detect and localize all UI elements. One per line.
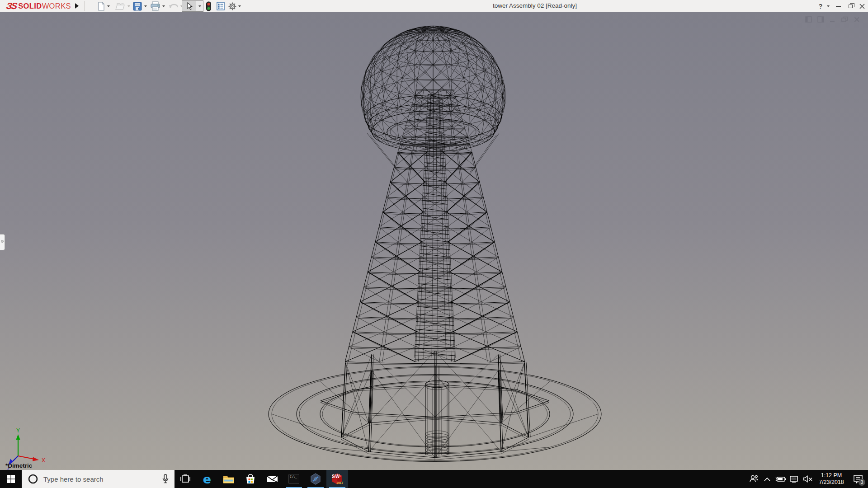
pane-left-icon[interactable] — [805, 16, 812, 23]
pane-right-icon[interactable] — [817, 16, 824, 23]
window-title: tower Assembly 02 [Read-only] — [493, 2, 577, 9]
composer-hexagon-icon — [310, 473, 321, 485]
clock-time: 1:12 PM — [816, 472, 847, 479]
x-axis-label: X — [42, 457, 45, 464]
open-button[interactable] — [115, 1, 126, 11]
brand-works: WORKS — [42, 2, 71, 10]
network-icon — [789, 475, 799, 483]
doc-close-icon[interactable] — [854, 16, 860, 23]
people-icon — [749, 474, 759, 483]
close-icon — [859, 4, 865, 9]
properties-list-icon — [216, 1, 225, 11]
taskbar-app-solidworks-2017[interactable]: SW 2017 — [326, 470, 348, 488]
file-explorer-icon — [223, 474, 235, 484]
open-icon — [115, 2, 126, 11]
command-prompt-icon: C:\_ — [288, 474, 299, 484]
select-dropdown[interactable] — [198, 5, 201, 7]
action-center-button[interactable]: 3 — [848, 470, 868, 488]
brand-solid: SOLID — [18, 2, 42, 10]
speaker-muted-icon — [802, 475, 813, 483]
restore-button[interactable] — [845, 0, 855, 12]
taskbar-app-mail[interactable] — [261, 470, 283, 488]
undo-button[interactable] — [168, 1, 179, 11]
ds-logo-icon: ЗS — [5, 1, 17, 11]
document-window-controls — [805, 16, 860, 23]
open-dropdown[interactable] — [127, 1, 130, 11]
graphics-viewport[interactable]: Y X Z *Dimetric — [0, 12, 868, 470]
solidworks-2017-icon: SW 2017 — [331, 473, 343, 485]
windows-taskbar: e C:\_ — [0, 470, 868, 488]
solidworks-logo: ЗS SOLID WORKS — [6, 0, 71, 12]
doc-minimize-icon[interactable] — [830, 16, 836, 23]
close-button[interactable] — [857, 0, 867, 12]
save-icon — [132, 1, 142, 11]
people-button[interactable] — [747, 470, 760, 488]
battery-plugged-icon — [775, 476, 786, 482]
new-dropdown[interactable] — [107, 1, 110, 11]
feature-manager-collapsed-tab[interactable] — [0, 234, 5, 250]
search-input[interactable] — [42, 475, 151, 483]
rebuild-button[interactable] — [206, 1, 212, 11]
taskbar-app-composer[interactable] — [305, 470, 326, 488]
y-axis-label: Y — [16, 428, 20, 434]
view-orientation-label: *Dimetric — [5, 462, 32, 469]
toolbar-separator — [84, 1, 85, 11]
traffic-light-icon — [206, 1, 212, 11]
print-button[interactable] — [150, 1, 160, 11]
network-button[interactable] — [788, 470, 801, 488]
store-icon — [245, 474, 256, 484]
cortana-icon — [27, 473, 39, 485]
options-button[interactable] — [227, 1, 237, 11]
volume-button[interactable] — [801, 470, 815, 488]
taskbar-app-file-explorer[interactable] — [218, 470, 240, 488]
options-dropdown[interactable] — [238, 1, 241, 11]
save-dropdown[interactable] — [144, 1, 147, 11]
print-icon — [150, 1, 160, 11]
task-view-button[interactable] — [175, 470, 196, 488]
x-axis-arrow — [33, 457, 39, 461]
taskbar-clock[interactable]: 1:12 PM 7/23/2018 — [815, 472, 848, 486]
microphone-icon[interactable] — [162, 474, 169, 484]
undo-icon — [168, 2, 179, 11]
taskbar-app-command-prompt[interactable]: C:\_ — [283, 470, 305, 488]
help-button[interactable]: ? — [816, 0, 825, 12]
notification-badge: 3 — [859, 479, 865, 486]
new-document-icon — [97, 1, 105, 11]
system-tray: 1:12 PM 7/23/2018 3 — [747, 470, 868, 488]
taskbar-app-store[interactable] — [240, 470, 261, 488]
mail-icon — [266, 474, 278, 483]
help-dropdown[interactable] — [826, 0, 831, 12]
start-button[interactable] — [0, 470, 22, 488]
new-document-button[interactable] — [97, 1, 105, 11]
y-axis-arrow — [16, 434, 20, 440]
battery-button[interactable] — [774, 470, 788, 488]
file-properties-button[interactable] — [216, 1, 225, 11]
windows-logo-icon — [6, 474, 15, 483]
tray-overflow-button[interactable] — [760, 470, 774, 488]
select-cursor-icon — [182, 1, 196, 11]
taskbar-search[interactable] — [22, 470, 175, 488]
taskbar-app-edge[interactable]: e — [196, 470, 218, 488]
chevron-up-icon — [764, 477, 770, 481]
clock-date: 7/23/2018 — [816, 479, 847, 486]
gear-icon — [227, 1, 237, 11]
save-button[interactable] — [132, 1, 142, 11]
doc-restore-icon[interactable] — [841, 16, 849, 23]
edge-icon: e — [203, 473, 211, 485]
titlebar: ЗS SOLID WORKS — [0, 0, 868, 12]
menu-flyout-icon[interactable] — [75, 3, 79, 9]
minimize-button[interactable] — [834, 0, 843, 12]
print-dropdown[interactable] — [162, 1, 165, 11]
tower-wireframe-model[interactable] — [0, 12, 868, 470]
select-tool-button[interactable] — [182, 0, 203, 12]
task-view-icon — [180, 474, 191, 483]
